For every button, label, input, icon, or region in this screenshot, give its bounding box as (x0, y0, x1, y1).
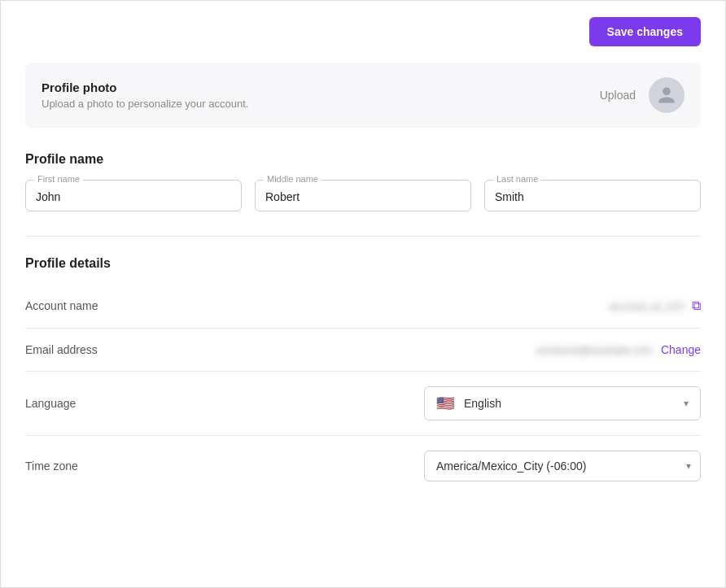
first-name-input[interactable] (36, 189, 231, 203)
language-value: English (464, 397, 677, 410)
email-blurred: someone@example.com (536, 344, 653, 356)
last-name-input[interactable] (495, 189, 690, 203)
language-select[interactable]: 🇺🇸 English ▾ (424, 386, 701, 420)
account-name-value-group: account_id_123 ⧉ (609, 298, 701, 313)
change-email-link[interactable]: Change (661, 343, 701, 356)
name-fields: First name Middle name Last name (25, 180, 701, 211)
middle-name-label: Middle name (264, 174, 321, 184)
flag-us-icon: 🇺🇸 (436, 394, 454, 412)
language-row: Language 🇺🇸 English ▾ (25, 372, 701, 436)
email-label: Email address (25, 343, 123, 356)
language-chevron-icon: ▾ (684, 398, 689, 409)
first-name-field: First name (25, 180, 242, 211)
account-name-blurred: account_id_123 (609, 300, 684, 312)
last-name-field: Last name (484, 180, 701, 211)
copy-icon[interactable]: ⧉ (692, 298, 701, 313)
top-bar: Save changes (25, 17, 701, 46)
profile-photo-section: Profile photo Upload a photo to personal… (25, 63, 701, 128)
email-row: Email address someone@example.com Change (25, 329, 701, 372)
upload-label[interactable]: Upload (600, 89, 636, 102)
profile-photo-title: Profile photo (42, 81, 248, 94)
profile-name-section: Profile name First name Middle name Last… (25, 152, 701, 211)
account-name-label: Account name (25, 299, 123, 312)
user-icon (657, 85, 676, 105)
timezone-select[interactable]: America/Mexico_City (-06:00) America/New… (424, 451, 701, 481)
avatar[interactable] (649, 77, 684, 113)
first-name-label: First name (34, 174, 83, 184)
account-name-row: Account name account_id_123 ⧉ (25, 284, 701, 329)
profile-details-title: Profile details (25, 256, 701, 271)
timezone-row: Time zone America/Mexico_City (-06:00) A… (25, 436, 701, 496)
email-value-group: someone@example.com Change (536, 343, 701, 356)
profile-photo-text: Profile photo Upload a photo to personal… (42, 81, 248, 110)
profile-name-title: Profile name (25, 152, 701, 167)
page-container: Save changes Profile photo Upload a phot… (0, 0, 726, 588)
language-label: Language (25, 397, 123, 410)
middle-name-input[interactable] (265, 189, 461, 203)
profile-photo-subtitle: Upload a photo to personalize your accou… (42, 98, 248, 110)
middle-name-field: Middle name (255, 180, 471, 211)
last-name-label: Last name (493, 174, 541, 184)
timezone-label: Time zone (25, 460, 123, 473)
save-button[interactable]: Save changes (589, 17, 701, 46)
timezone-select-wrapper: America/Mexico_City (-06:00) America/New… (424, 451, 701, 481)
profile-photo-right: Upload (600, 77, 684, 113)
profile-details-section: Profile details Account name account_id_… (25, 256, 701, 496)
section-divider (25, 236, 701, 237)
